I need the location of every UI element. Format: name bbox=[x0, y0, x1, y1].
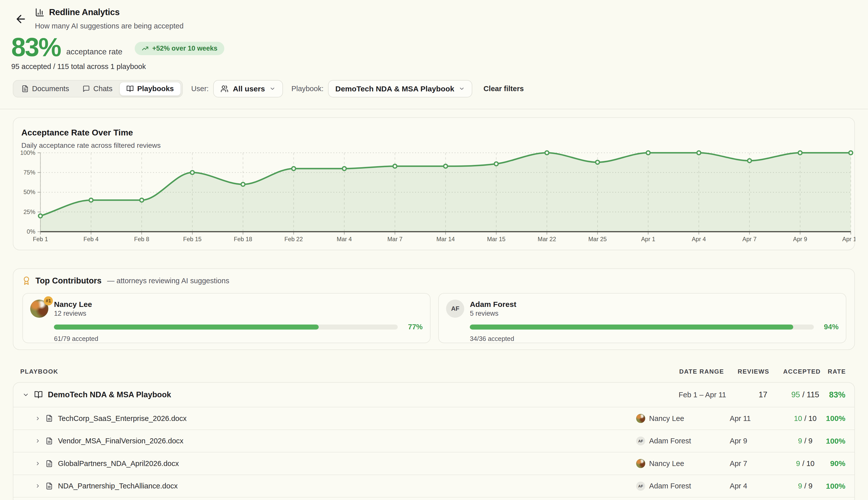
progress-bar: 94% bbox=[470, 323, 838, 331]
column-rate: RATE bbox=[828, 368, 846, 375]
cell-date: Apr 9 bbox=[730, 430, 747, 452]
svg-text:Feb 15: Feb 15 bbox=[183, 236, 202, 242]
cell-date-range: Feb 1 – Apr 11 bbox=[662, 383, 743, 407]
cell-user: AF Adam Forest bbox=[636, 475, 691, 497]
contributors-title: Top Contributors bbox=[35, 276, 101, 285]
playbook-row[interactable]: DemoTech NDA & MSA Playbook Feb 1 – Apr … bbox=[13, 383, 854, 407]
doc-row[interactable]: GlobalPartners_NDA_April2026.docx Nancy … bbox=[13, 452, 854, 475]
contributor-name: Adam Forest bbox=[470, 300, 516, 309]
svg-text:75%: 75% bbox=[24, 169, 35, 176]
playbook-dropdown[interactable]: DemoTech NDA & MSA Playbook bbox=[328, 80, 472, 98]
chevron-right-icon[interactable] bbox=[35, 416, 41, 421]
tab-chats[interactable]: Chats bbox=[76, 82, 119, 96]
svg-text:Apr 1: Apr 1 bbox=[641, 236, 655, 242]
cell-rate: 100% bbox=[826, 407, 845, 430]
cell-user: Nancy Lee bbox=[636, 452, 684, 475]
chat-icon bbox=[82, 85, 90, 92]
page-subtitle: How many AI suggestions are being accept… bbox=[35, 22, 183, 30]
svg-text:Feb 8: Feb 8 bbox=[134, 236, 149, 242]
contributor-reviews: 12 reviews bbox=[54, 310, 92, 317]
contributor-rate: 94% bbox=[814, 323, 838, 331]
playbook-dropdown-value: DemoTech NDA & MSA Playbook bbox=[335, 84, 454, 93]
user-avatar: AF bbox=[636, 481, 645, 491]
avatar: AF bbox=[446, 299, 464, 318]
filter-bar: Documents Chats Playbooks User: All user… bbox=[13, 80, 524, 98]
doc-name: TechCorp_SaaS_Enterprise_2026.docx bbox=[58, 414, 186, 423]
arrow-left-icon bbox=[15, 13, 27, 25]
svg-text:Apr 9: Apr 9 bbox=[793, 236, 807, 242]
chevron-down-icon[interactable] bbox=[22, 391, 29, 398]
tab-playbooks[interactable]: Playbooks bbox=[119, 82, 181, 96]
svg-text:25%: 25% bbox=[24, 208, 35, 215]
column-date-range: DATE RANGE bbox=[679, 368, 724, 375]
doc-row[interactable]: NDA_Partnership_TechAlliance.docx AF Ada… bbox=[13, 475, 854, 498]
cell-user: Nancy Lee bbox=[636, 407, 684, 430]
user-avatar bbox=[636, 459, 645, 468]
book-open-icon bbox=[34, 390, 43, 399]
svg-text:Feb 18: Feb 18 bbox=[234, 236, 252, 242]
playbooks-table: DemoTech NDA & MSA Playbook Feb 1 – Apr … bbox=[13, 382, 855, 500]
user-name: Nancy Lee bbox=[649, 459, 684, 468]
tab-documents[interactable]: Documents bbox=[15, 82, 76, 96]
contributor-name: Nancy Lee bbox=[54, 300, 92, 309]
contributor-card-nancy-lee: #1 Nancy Lee 12 reviews 77% 61/79 accept… bbox=[22, 293, 431, 343]
book-open-icon bbox=[126, 85, 134, 92]
scope-tab-group: Documents Chats Playbooks bbox=[13, 80, 183, 98]
user-name: Adam Forest bbox=[649, 482, 691, 490]
doc-row[interactable]: Vendor_MSA_FinalVersion_2026.docx AF Ada… bbox=[13, 430, 854, 453]
column-reviews: REVIEWS bbox=[738, 368, 769, 375]
user-filter-label: User: bbox=[191, 84, 209, 93]
file-icon bbox=[46, 460, 53, 467]
cell-rate: 100% bbox=[826, 475, 845, 497]
stat-summary: 95 accepted / 115 total across 1 playboo… bbox=[11, 62, 146, 71]
playbook-name: DemoTech NDA & MSA Playbook bbox=[48, 390, 171, 399]
trend-badge: +52% over 10 weeks bbox=[135, 42, 224, 55]
doc-name: GlobalPartners_NDA_April2026.docx bbox=[58, 459, 179, 468]
progress-fill bbox=[470, 325, 793, 330]
acceptance-chart-card: Acceptance Rate Over Time Daily acceptan… bbox=[13, 117, 855, 250]
cell-rate: 83% bbox=[829, 383, 845, 407]
accepted-count: 9 bbox=[796, 459, 800, 468]
user-avatar: AF bbox=[636, 436, 645, 446]
back-button[interactable] bbox=[15, 13, 27, 25]
chevron-right-icon[interactable] bbox=[35, 461, 41, 466]
accepted-count: 9 bbox=[798, 482, 802, 490]
progress-track bbox=[470, 325, 814, 330]
accepted-total: / 9 bbox=[804, 437, 812, 445]
acceptance-stat: 83% acceptance rate +52% over 10 weeks bbox=[11, 34, 224, 61]
user-dropdown[interactable]: All users bbox=[213, 80, 283, 98]
progress-fill bbox=[54, 325, 319, 330]
acceptance-rate-line-chart: 0%25%50%75%100%Feb 1Feb 4Feb 8Feb 15Feb … bbox=[13, 146, 855, 249]
tab-playbooks-label: Playbooks bbox=[137, 84, 174, 93]
chevron-right-icon[interactable] bbox=[35, 483, 41, 489]
accepted-total: / 10 bbox=[804, 414, 816, 423]
contributor-accepted: 34/36 accepted bbox=[470, 335, 838, 342]
contributor-accepted: 61/79 accepted bbox=[54, 335, 423, 342]
user-name: Adam Forest bbox=[649, 437, 691, 445]
cell-date: Apr 4 bbox=[730, 475, 747, 497]
trending-up-icon bbox=[141, 45, 149, 52]
cell-rate: 90% bbox=[830, 452, 845, 475]
clear-filters-button[interactable]: Clear filters bbox=[483, 84, 524, 93]
svg-text:50%: 50% bbox=[24, 189, 35, 195]
svg-text:Feb 22: Feb 22 bbox=[284, 236, 303, 242]
svg-text:Feb 1: Feb 1 bbox=[33, 236, 48, 242]
chevron-right-icon[interactable] bbox=[35, 438, 41, 444]
doc-row[interactable]: TechCorp_SaaS_Enterprise_2026.docx Nancy… bbox=[13, 407, 854, 430]
contributor-rate: 77% bbox=[398, 323, 422, 331]
svg-text:Feb 4: Feb 4 bbox=[83, 236, 99, 242]
contributor-reviews: 5 reviews bbox=[470, 310, 516, 317]
top-contributors-header: Top Contributors — attorneys reviewing A… bbox=[22, 276, 229, 285]
chart-title: Acceptance Rate Over Time bbox=[21, 128, 133, 137]
cell-date: Apr 7 bbox=[730, 452, 747, 475]
cell-accepted: 9 / 10 bbox=[774, 452, 836, 475]
accepted-total: / 9 bbox=[804, 482, 812, 490]
accepted-total: / 115 bbox=[802, 390, 819, 399]
progress-bar: 77% bbox=[54, 323, 423, 331]
users-icon bbox=[220, 85, 228, 93]
svg-text:Mar 25: Mar 25 bbox=[589, 236, 607, 242]
cell-rate: 100% bbox=[826, 430, 845, 452]
column-accepted: ACCEPTED bbox=[783, 368, 821, 375]
accepted-total: / 10 bbox=[802, 459, 815, 468]
contributor-header: AF Adam Forest 5 reviews bbox=[446, 299, 838, 318]
